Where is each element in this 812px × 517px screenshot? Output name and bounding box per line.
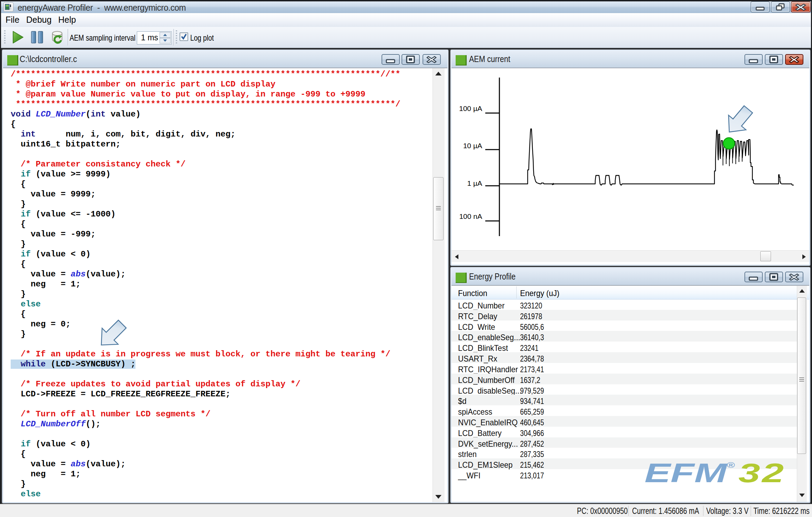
svg-text:100 nA: 100 nA — [459, 212, 482, 220]
svg-text:1 µA: 1 µA — [467, 179, 482, 187]
svg-text:100 µA: 100 µA — [459, 104, 482, 112]
svg-text:10 µA: 10 µA — [463, 142, 482, 150]
